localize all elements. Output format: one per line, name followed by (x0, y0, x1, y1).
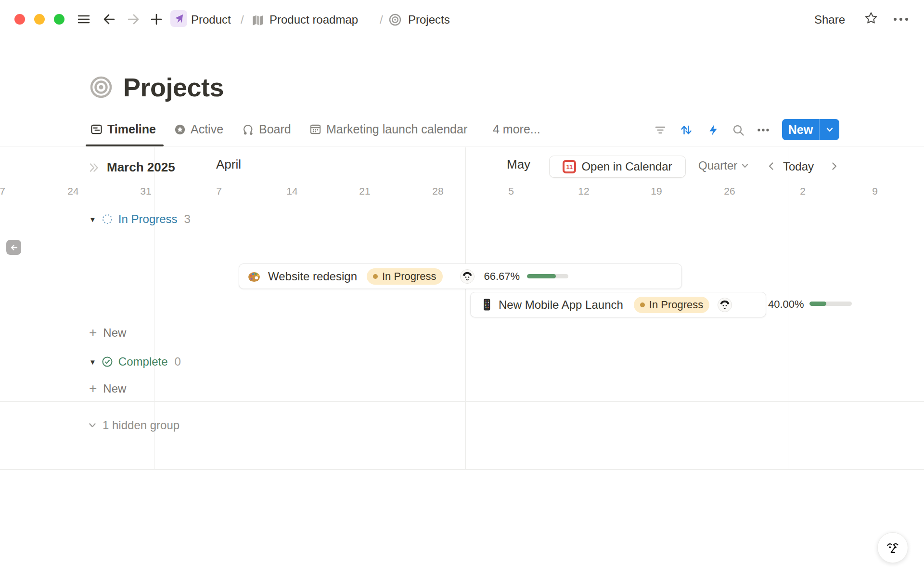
complete-check-circle-icon (102, 356, 113, 368)
month-gridline (465, 147, 466, 469)
board-view-icon (242, 123, 255, 136)
status-dot-icon (640, 302, 645, 307)
tab-marketing-calendar[interactable]: Marketing launch calendar (309, 122, 467, 136)
add-new-item-button[interactable]: + New (89, 382, 126, 395)
tab-timeline[interactable]: Timeline (90, 122, 156, 136)
collapse-caret-icon[interactable]: ▼ (89, 358, 96, 366)
window-titlebar: Product / Product roadmap / Projects Sha… (0, 0, 924, 39)
breadcrumb-product[interactable]: Product (191, 13, 231, 26)
next-period-icon[interactable] (829, 161, 839, 171)
progress-bar-fill (809, 302, 826, 306)
scroll-to-item-button[interactable] (6, 240, 21, 255)
assignee-avatar (718, 298, 732, 312)
roadmap-map-icon (251, 13, 265, 27)
hidden-group-toggle[interactable]: 1 hidden group (87, 419, 180, 432)
month-label: May (507, 157, 530, 172)
product-teamspace-icon[interactable] (170, 10, 187, 27)
calendar-red-icon: 11 (563, 160, 576, 173)
palette-emoji-icon (247, 270, 261, 283)
mobile-phone-emoji-icon (481, 298, 493, 311)
today-button[interactable]: Today (783, 160, 814, 173)
week-tick: 24 (67, 185, 78, 197)
new-button[interactable]: New (782, 119, 839, 140)
star-circle-icon (174, 123, 186, 136)
status-label: In Progress (382, 270, 436, 283)
timeline-card-website-redesign[interactable]: Website redesign In Progress 66.67% (239, 263, 682, 289)
page-icon-bullseye[interactable] (90, 76, 113, 99)
week-tick: 31 (140, 185, 151, 197)
close-button[interactable] (14, 14, 25, 25)
collapse-caret-icon[interactable]: ▼ (89, 215, 96, 223)
fullscreen-button[interactable] (54, 14, 64, 25)
calendar-view-icon (309, 123, 322, 136)
page-title[interactable]: Projects (123, 72, 224, 102)
chevron-down-icon (740, 161, 750, 171)
group-header-in-progress[interactable]: ▼ In Progress 3 (89, 212, 191, 226)
breadcrumb-separator: / (241, 13, 244, 26)
bullseye-icon (388, 13, 402, 27)
tab-label: Timeline (107, 122, 156, 136)
tab-label: Marketing launch calendar (326, 122, 467, 136)
month-label-current: March 2025 (107, 160, 175, 175)
automation-lightning-icon[interactable] (706, 123, 720, 137)
week-tick: 26 (724, 185, 735, 197)
progress-percent: 66.67% (484, 270, 520, 283)
prev-period-icon[interactable] (766, 161, 777, 171)
in-progress-dashed-circle-icon (102, 213, 113, 225)
status-label: In Progress (649, 299, 704, 311)
tabs-more-button[interactable]: 4 more... (493, 122, 540, 136)
week-tick: 28 (432, 185, 443, 197)
new-button-dropdown[interactable] (820, 124, 839, 135)
group-count: 0 (175, 355, 181, 368)
new-label: New (103, 326, 126, 340)
timeline-card-mobile-app-launch[interactable]: New Mobile App Launch In Progress (470, 292, 766, 317)
active-tab-underline (86, 144, 164, 146)
ai-assistant-button[interactable] (877, 532, 908, 563)
breadcrumb-roadmap[interactable]: Product roadmap (270, 13, 358, 26)
hidden-group-label: 1 hidden group (103, 419, 180, 432)
open-in-calendar-button[interactable]: 11 Open in Calendar (549, 156, 686, 178)
minimize-button[interactable] (34, 14, 45, 25)
group-header-complete[interactable]: ▼ Complete 0 (89, 355, 181, 368)
add-new-item-button[interactable]: + New (89, 326, 126, 340)
week-tick: 21 (359, 185, 370, 197)
share-button[interactable]: Share (814, 13, 845, 26)
open-in-calendar-label: Open in Calendar (581, 160, 672, 173)
tab-board[interactable]: Board (242, 122, 291, 136)
tab-active[interactable]: Active (174, 122, 223, 136)
timeline-view: March 2025 April May 11 Open in Calendar… (0, 147, 924, 470)
back-icon[interactable] (102, 12, 117, 27)
forward-icon[interactable] (126, 12, 141, 27)
filter-icon[interactable] (654, 123, 667, 137)
ai-face-icon (882, 537, 904, 559)
status-badge: In Progress (634, 297, 710, 313)
status-dot-icon (373, 274, 378, 279)
plus-icon: + (89, 382, 97, 395)
week-tick: 9 (872, 185, 878, 197)
group-count: 3 (184, 212, 191, 226)
week-tick: 7 (0, 185, 5, 197)
group-label: Complete (118, 355, 168, 368)
tabs-more-label: 4 more... (493, 122, 540, 136)
progress-bar (527, 274, 568, 278)
card-title: Website redesign (268, 270, 357, 283)
search-icon[interactable] (732, 123, 745, 137)
timeline-zoom-select[interactable]: Quarter (698, 159, 750, 172)
view-options-icon[interactable] (757, 123, 770, 137)
scroll-forward-icon[interactable] (88, 162, 100, 173)
chevron-down-icon (87, 420, 98, 431)
new-button-label: New (782, 123, 819, 137)
breadcrumb-current[interactable]: Projects (408, 13, 450, 26)
section-divider (0, 401, 924, 402)
sort-icon[interactable] (680, 123, 693, 137)
month-label: April (216, 157, 241, 172)
assignee-avatar (460, 269, 475, 284)
more-options-icon[interactable] (892, 13, 910, 25)
chevron-down-icon (824, 124, 835, 135)
sidebar-toggle-icon[interactable] (76, 12, 91, 27)
new-tab-icon[interactable] (149, 12, 164, 27)
group-label: In Progress (118, 212, 178, 226)
week-tick: 7 (216, 185, 222, 197)
favorite-star-icon[interactable] (864, 11, 878, 26)
view-tabs-bar: Timeline Active Board Marketing launch c… (0, 116, 924, 147)
